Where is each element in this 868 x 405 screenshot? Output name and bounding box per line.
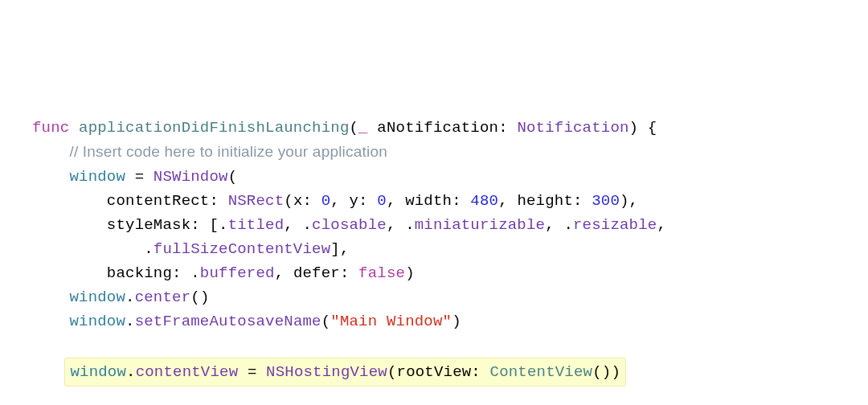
- nsrect-x-label: (x:: [284, 192, 321, 210]
- stylemask-close: ],: [330, 240, 349, 258]
- equals: =: [125, 168, 154, 186]
- identifier-window: window: [70, 363, 126, 381]
- prop-closable: closable: [312, 216, 387, 234]
- keyword-func: func: [32, 119, 69, 137]
- prop-contentview: contentView: [136, 363, 239, 381]
- dot: .: [126, 363, 136, 381]
- equals: =: [238, 363, 266, 381]
- number-0: 0: [377, 192, 387, 210]
- identifier-window: window: [69, 168, 125, 186]
- dot: .: [125, 313, 135, 330]
- close-parens: ()): [592, 363, 620, 381]
- lparen: (: [228, 168, 238, 186]
- string-main-window: "Main Window": [330, 313, 452, 330]
- keyword-false: false: [358, 264, 405, 282]
- identifier-window: window: [69, 288, 125, 306]
- type-nshostingview: NSHostingView: [266, 363, 387, 381]
- number-0: 0: [321, 192, 331, 210]
- type-contentview: ContentView: [490, 363, 593, 381]
- nsrect-w-label: , width:: [387, 192, 470, 210]
- type-nswindow: NSWindow: [154, 168, 228, 186]
- param-name: aNotification: [377, 119, 498, 137]
- label-rootview: (rootView:: [387, 363, 490, 381]
- type-notification: Notification: [517, 119, 628, 137]
- label-defer: , defer:: [275, 264, 358, 282]
- function-name: applicationDidFinishLaunching: [79, 119, 349, 137]
- method-center: center: [135, 288, 191, 306]
- type-nsrect: NSRect: [228, 192, 285, 210]
- comment: // Insert code here to initialize your a…: [69, 143, 387, 160]
- nsrect-y-label: , y:: [330, 192, 377, 210]
- label-backing: backing: .: [107, 264, 200, 282]
- code-block: func applicationDidFinishLaunching(_ aNo…: [32, 116, 858, 405]
- dot: .: [125, 288, 135, 306]
- open-brace: ) {: [629, 119, 657, 137]
- underscore: _: [358, 119, 368, 137]
- nsrect-h-label: , height:: [498, 192, 592, 210]
- prop-titled: titled: [228, 216, 285, 234]
- prop-resizable: resizable: [573, 216, 657, 234]
- highlighted-line: window.contentView = NSHostingView(rootV…: [64, 358, 626, 387]
- label-contentrect: contentRect:: [107, 192, 228, 210]
- prop-miniaturizable: miniaturizable: [415, 216, 545, 234]
- identifier-window: window: [69, 313, 125, 330]
- number-300: 300: [592, 192, 620, 210]
- nsrect-close: ),: [620, 192, 638, 210]
- prop-buffered: buffered: [200, 264, 275, 282]
- prop-fullsizecontentview: fullSizeContentView: [154, 240, 330, 258]
- rparen: ): [405, 264, 415, 282]
- label-stylemask: styleMask: [.: [107, 216, 228, 234]
- number-480: 480: [470, 192, 498, 210]
- parens: (): [190, 288, 209, 306]
- method-setframeautosavename: setFrameAutosaveName: [135, 313, 321, 330]
